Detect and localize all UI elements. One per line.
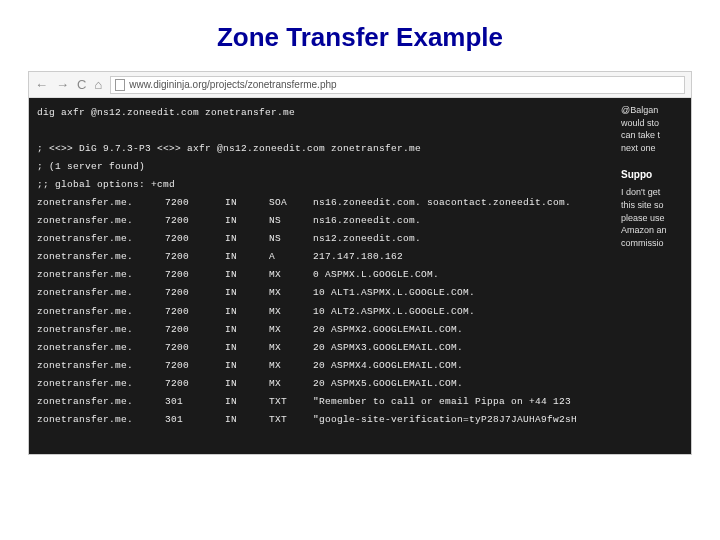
dns-record: zonetransfer.me.7200INMX10 ALT1.ASPMX.L.…: [37, 284, 609, 302]
home-icon[interactable]: ⌂: [94, 78, 102, 91]
url-text: www.digininja.org/projects/zonetransferm…: [129, 79, 336, 90]
dns-record: zonetransfer.me.7200INMX20 ASPMX5.GOOGLE…: [37, 375, 609, 393]
sidebar: @Balganwould stocan take tnext one Suppo…: [617, 98, 691, 454]
dns-record: zonetransfer.me.301INTXT"google-site-ver…: [37, 411, 609, 429]
sidebar-paragraph: I don't getthis site soplease useAmazon …: [621, 186, 687, 249]
dns-record: zonetransfer.me.7200INMX20 ASPMX4.GOOGLE…: [37, 357, 609, 375]
sidebar-heading: Suppo: [621, 168, 687, 182]
page-icon: [115, 79, 125, 91]
dns-record: zonetransfer.me.7200INA217.147.180.162: [37, 248, 609, 266]
browser-window: ← → C ⌂ www.digininja.org/projects/zonet…: [28, 71, 692, 455]
dns-record: zonetransfer.me.7200INMX20 ASPMX2.GOOGLE…: [37, 321, 609, 339]
sidebar-blurb: @Balganwould stocan take tnext one: [621, 104, 687, 154]
dns-record: zonetransfer.me.7200INNSns12.zoneedit.co…: [37, 230, 609, 248]
terminal-comment: ; <<>> DiG 9.7.3-P3 <<>> axfr @ns12.zone…: [37, 140, 609, 158]
terminal-command: dig axfr @ns12.zoneedit.com zonetransfer…: [37, 104, 609, 122]
forward-icon[interactable]: →: [56, 78, 69, 91]
back-icon[interactable]: ←: [35, 78, 48, 91]
page-content: dig axfr @ns12.zoneedit.com zonetransfer…: [29, 98, 691, 454]
dns-record: zonetransfer.me.7200INSOAns16.zoneedit.c…: [37, 194, 609, 212]
dns-record: zonetransfer.me.7200INMX10 ALT2.ASPMX.L.…: [37, 303, 609, 321]
dns-record: zonetransfer.me.301INTXT"Remember to cal…: [37, 393, 609, 411]
browser-toolbar: ← → C ⌂ www.digininja.org/projects/zonet…: [29, 72, 691, 98]
dns-record: zonetransfer.me.7200INMX0 ASPMX.L.GOOGLE…: [37, 266, 609, 284]
terminal-output: dig axfr @ns12.zoneedit.com zonetransfer…: [29, 98, 617, 454]
dns-record: zonetransfer.me.7200INNSns16.zoneedit.co…: [37, 212, 609, 230]
slide-title: Zone Transfer Example: [0, 0, 720, 71]
terminal-comment: ;; global options: +cmd: [37, 176, 609, 194]
terminal-blank: [37, 122, 609, 140]
dns-record: zonetransfer.me.7200INMX20 ASPMX3.GOOGLE…: [37, 339, 609, 357]
reload-icon[interactable]: C: [77, 78, 86, 91]
url-bar[interactable]: www.digininja.org/projects/zonetransferm…: [110, 76, 685, 94]
terminal-comment: ; (1 server found): [37, 158, 609, 176]
